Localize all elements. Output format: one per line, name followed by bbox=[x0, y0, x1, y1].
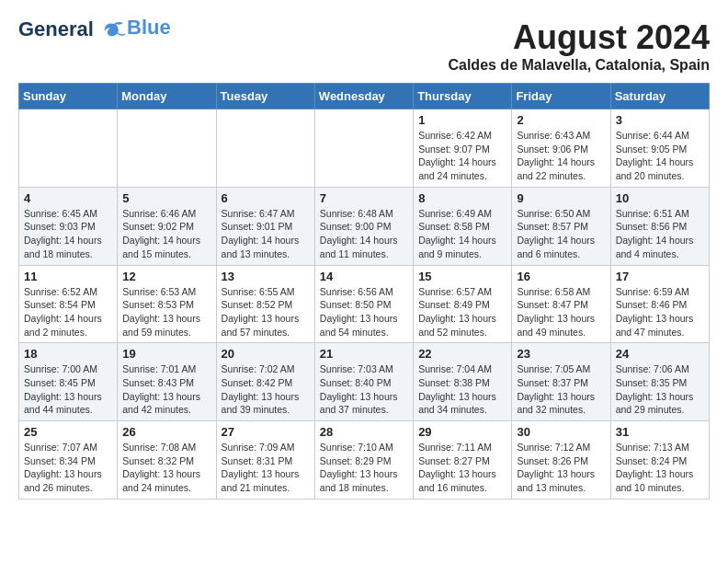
logo-line1: General bbox=[18, 17, 94, 40]
day-info: Sunrise: 6:47 AM Sunset: 9:01 PM Dayligh… bbox=[222, 207, 310, 261]
day-info: Sunrise: 7:01 AM Sunset: 8:43 PM Dayligh… bbox=[122, 362, 210, 417]
day-info: Sunrise: 7:05 AM Sunset: 8:37 PM Dayligh… bbox=[517, 362, 605, 417]
calendar-cell: 23Sunrise: 7:05 AM Sunset: 8:37 PM Dayli… bbox=[512, 343, 610, 421]
calendar-header-saturday: Saturday bbox=[610, 84, 709, 109]
day-number: 17 bbox=[616, 270, 704, 283]
calendar-cell: 5Sunrise: 6:46 AM Sunset: 9:02 PM Daylig… bbox=[118, 187, 216, 265]
day-info: Sunrise: 6:51 AM Sunset: 8:56 PM Dayligh… bbox=[616, 207, 704, 261]
calendar-cell: 16Sunrise: 6:58 AM Sunset: 8:47 PM Dayli… bbox=[512, 265, 610, 343]
calendar-header-wednesday: Wednesday bbox=[314, 84, 413, 109]
calendar-week-1: 1Sunrise: 6:42 AM Sunset: 9:07 PM Daylig… bbox=[19, 109, 710, 188]
day-info: Sunrise: 6:59 AM Sunset: 8:46 PM Dayligh… bbox=[616, 285, 704, 339]
day-info: Sunrise: 7:11 AM Sunset: 8:27 PM Dayligh… bbox=[418, 441, 506, 495]
calendar-cell: 2Sunrise: 6:43 AM Sunset: 9:06 PM Daylig… bbox=[512, 109, 610, 188]
calendar-cell: 13Sunrise: 6:55 AM Sunset: 8:52 PM Dayli… bbox=[216, 265, 314, 343]
calendar-header-sunday: Sunday bbox=[19, 84, 118, 109]
day-number: 13 bbox=[222, 270, 310, 283]
calendar-header-tuesday: Tuesday bbox=[216, 84, 314, 109]
day-info: Sunrise: 6:44 AM Sunset: 9:05 PM Dayligh… bbox=[616, 129, 704, 183]
calendar-cell: 25Sunrise: 7:07 AM Sunset: 8:34 PM Dayli… bbox=[19, 421, 118, 500]
calendar-cell: 11Sunrise: 6:52 AM Sunset: 8:54 PM Dayli… bbox=[19, 265, 118, 343]
day-number: 25 bbox=[24, 425, 112, 439]
main-title: August 2024 bbox=[448, 18, 710, 57]
day-info: Sunrise: 6:42 AM Sunset: 9:07 PM Dayligh… bbox=[418, 129, 506, 183]
day-number: 5 bbox=[122, 191, 210, 205]
day-info: Sunrise: 6:49 AM Sunset: 8:58 PM Dayligh… bbox=[418, 207, 506, 261]
calendar-header-row: SundayMondayTuesdayWednesdayThursdayFrid… bbox=[19, 84, 710, 109]
calendar-cell: 12Sunrise: 6:53 AM Sunset: 8:53 PM Dayli… bbox=[118, 265, 216, 343]
calendar-cell: 21Sunrise: 7:03 AM Sunset: 8:40 PM Dayli… bbox=[314, 343, 413, 421]
day-number: 30 bbox=[517, 425, 605, 439]
day-info: Sunrise: 6:57 AM Sunset: 8:49 PM Dayligh… bbox=[418, 285, 506, 339]
day-number: 8 bbox=[418, 191, 506, 205]
calendar-cell: 9Sunrise: 6:50 AM Sunset: 8:57 PM Daylig… bbox=[512, 187, 610, 265]
day-number: 9 bbox=[517, 191, 605, 205]
day-info: Sunrise: 7:00 AM Sunset: 8:45 PM Dayligh… bbox=[24, 362, 112, 417]
calendar-cell: 27Sunrise: 7:09 AM Sunset: 8:31 PM Dayli… bbox=[216, 421, 314, 500]
calendar-cell: 18Sunrise: 7:00 AM Sunset: 8:45 PM Dayli… bbox=[19, 343, 118, 421]
logo-line2: Blue bbox=[127, 16, 171, 39]
day-number: 26 bbox=[122, 425, 210, 439]
day-number: 28 bbox=[320, 425, 408, 439]
calendar-cell: 14Sunrise: 6:56 AM Sunset: 8:50 PM Dayli… bbox=[314, 265, 413, 343]
day-number: 6 bbox=[222, 191, 310, 205]
calendar-header-thursday: Thursday bbox=[414, 84, 512, 109]
day-info: Sunrise: 6:48 AM Sunset: 9:00 PM Dayligh… bbox=[320, 207, 408, 261]
day-info: Sunrise: 6:43 AM Sunset: 9:06 PM Dayligh… bbox=[517, 129, 605, 183]
day-number: 19 bbox=[122, 347, 210, 361]
calendar-cell: 26Sunrise: 7:08 AM Sunset: 8:32 PM Dayli… bbox=[118, 421, 216, 500]
day-info: Sunrise: 7:06 AM Sunset: 8:35 PM Dayligh… bbox=[616, 362, 704, 417]
day-number: 7 bbox=[320, 191, 408, 205]
day-number: 21 bbox=[320, 347, 408, 361]
calendar-cell bbox=[216, 109, 314, 188]
calendar-cell bbox=[314, 109, 413, 188]
day-number: 20 bbox=[222, 347, 310, 361]
logo: General Blue bbox=[18, 18, 171, 40]
day-info: Sunrise: 7:09 AM Sunset: 8:31 PM Dayligh… bbox=[222, 441, 310, 495]
calendar-cell: 6Sunrise: 6:47 AM Sunset: 9:01 PM Daylig… bbox=[216, 187, 314, 265]
day-info: Sunrise: 7:07 AM Sunset: 8:34 PM Dayligh… bbox=[24, 441, 112, 495]
day-info: Sunrise: 6:46 AM Sunset: 9:02 PM Dayligh… bbox=[122, 207, 210, 261]
day-info: Sunrise: 7:04 AM Sunset: 8:38 PM Dayligh… bbox=[418, 362, 506, 417]
day-number: 12 bbox=[122, 270, 210, 283]
day-number: 29 bbox=[418, 425, 506, 439]
calendar: SundayMondayTuesdayWednesdayThursdayFrid… bbox=[18, 83, 710, 500]
day-info: Sunrise: 7:08 AM Sunset: 8:32 PM Dayligh… bbox=[122, 441, 210, 495]
calendar-cell: 1Sunrise: 6:42 AM Sunset: 9:07 PM Daylig… bbox=[414, 109, 512, 188]
day-info: Sunrise: 6:52 AM Sunset: 8:54 PM Dayligh… bbox=[24, 285, 112, 339]
day-info: Sunrise: 6:53 AM Sunset: 8:53 PM Dayligh… bbox=[122, 285, 210, 339]
day-number: 18 bbox=[24, 347, 112, 361]
day-info: Sunrise: 7:10 AM Sunset: 8:29 PM Dayligh… bbox=[320, 441, 408, 495]
calendar-cell: 31Sunrise: 7:13 AM Sunset: 8:24 PM Dayli… bbox=[610, 421, 709, 500]
calendar-cell: 29Sunrise: 7:11 AM Sunset: 8:27 PM Dayli… bbox=[414, 421, 512, 500]
subtitle: Caldes de Malavella, Catalonia, Spain bbox=[448, 57, 710, 74]
day-number: 10 bbox=[616, 191, 704, 205]
day-number: 24 bbox=[616, 347, 704, 361]
calendar-week-2: 4Sunrise: 6:45 AM Sunset: 9:03 PM Daylig… bbox=[19, 187, 710, 265]
calendar-week-5: 25Sunrise: 7:07 AM Sunset: 8:34 PM Dayli… bbox=[19, 421, 710, 500]
day-number: 4 bbox=[24, 191, 112, 205]
calendar-cell: 22Sunrise: 7:04 AM Sunset: 8:38 PM Dayli… bbox=[414, 343, 512, 421]
calendar-cell: 7Sunrise: 6:48 AM Sunset: 9:00 PM Daylig… bbox=[314, 187, 413, 265]
day-number: 27 bbox=[222, 425, 310, 439]
calendar-cell: 8Sunrise: 6:49 AM Sunset: 8:58 PM Daylig… bbox=[414, 187, 512, 265]
day-info: Sunrise: 7:03 AM Sunset: 8:40 PM Dayligh… bbox=[320, 362, 408, 417]
day-number: 15 bbox=[418, 270, 506, 283]
calendar-cell bbox=[19, 109, 118, 188]
day-number: 22 bbox=[418, 347, 506, 361]
bird-icon bbox=[101, 20, 127, 40]
day-number: 11 bbox=[24, 270, 112, 283]
calendar-cell: 28Sunrise: 7:10 AM Sunset: 8:29 PM Dayli… bbox=[314, 421, 413, 500]
calendar-cell: 4Sunrise: 6:45 AM Sunset: 9:03 PM Daylig… bbox=[19, 187, 118, 265]
day-number: 16 bbox=[517, 270, 605, 283]
day-info: Sunrise: 6:58 AM Sunset: 8:47 PM Dayligh… bbox=[517, 285, 605, 339]
day-number: 1 bbox=[418, 113, 506, 127]
day-info: Sunrise: 6:50 AM Sunset: 8:57 PM Dayligh… bbox=[517, 207, 605, 261]
calendar-week-3: 11Sunrise: 6:52 AM Sunset: 8:54 PM Dayli… bbox=[19, 265, 710, 343]
day-number: 14 bbox=[320, 270, 408, 283]
calendar-cell: 15Sunrise: 6:57 AM Sunset: 8:49 PM Dayli… bbox=[414, 265, 512, 343]
calendar-cell: 20Sunrise: 7:02 AM Sunset: 8:42 PM Dayli… bbox=[216, 343, 314, 421]
calendar-header-monday: Monday bbox=[118, 84, 216, 109]
calendar-cell: 10Sunrise: 6:51 AM Sunset: 8:56 PM Dayli… bbox=[610, 187, 709, 265]
calendar-cell: 24Sunrise: 7:06 AM Sunset: 8:35 PM Dayli… bbox=[610, 343, 709, 421]
